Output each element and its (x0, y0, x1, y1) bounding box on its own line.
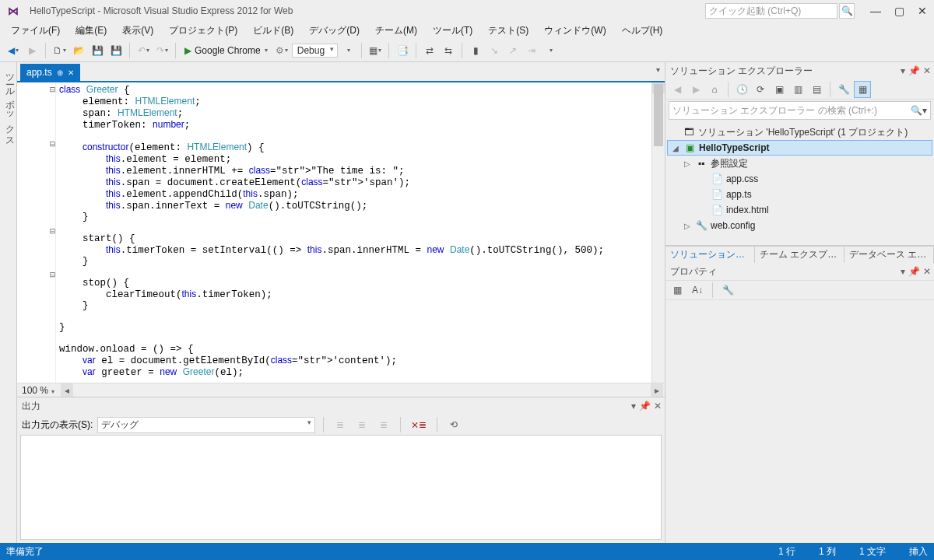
right-tab[interactable]: データベース エ… (844, 247, 934, 263)
se-preview-button[interactable]: ▦ (854, 81, 871, 98)
out-btn-1[interactable]: ≣ (332, 416, 349, 433)
out-btn-2[interactable]: ≣ (353, 416, 370, 433)
browser-dd[interactable]: ⚙▾ (273, 42, 290, 59)
close-button[interactable]: ✕ (912, 3, 932, 19)
menu-item[interactable]: 編集(E) (68, 23, 114, 39)
config-select[interactable]: Debug (292, 44, 338, 58)
pin-icon[interactable]: ⊕ (57, 68, 63, 77)
right-tab[interactable]: ソリューション… (665, 247, 755, 263)
se-refresh-button[interactable]: 🕓 (733, 81, 750, 98)
maximize-button[interactable]: ▢ (889, 3, 909, 19)
tree-solution-row[interactable]: 🗔 ソリューション 'HelloTypeScript' (1 プロジェクト) (667, 124, 932, 140)
se-search-icon[interactable]: 🔍▾ (911, 105, 927, 116)
tree-row[interactable]: ▷🔧web.config (667, 218, 932, 233)
props-cat-button[interactable]: ▦ (669, 282, 686, 299)
menu-item[interactable]: ウィンドウ(W) (536, 23, 613, 39)
config-dd[interactable]: ▾ (339, 42, 356, 59)
tree-project-row[interactable]: ◢ ▣ HelloTypeScript (667, 140, 932, 156)
se-prop-button[interactable]: 🔧 (835, 81, 852, 98)
tb-d[interactable]: ⇆ (440, 42, 457, 59)
se-menu-icon[interactable]: ▾ (901, 65, 905, 76)
tb-i[interactable]: ▾ (542, 42, 559, 59)
menu-item[interactable]: デバッグ(D) (301, 23, 367, 39)
new-project-button[interactable]: 🗋▾ (51, 42, 68, 59)
se-views-button[interactable]: ▤ (808, 81, 825, 98)
redo-button[interactable]: ↷▾ (153, 42, 170, 59)
output-pin-icon[interactable]: 📌 (639, 401, 651, 411)
menu-item[interactable]: プロジェクト(P) (161, 23, 245, 39)
tab-overflow-button[interactable]: ▾ (656, 65, 660, 74)
outline-toggle-icon[interactable]: ⊟ (50, 226, 55, 236)
outline-toggle-icon[interactable]: ⊟ (50, 269, 55, 280)
tree-row[interactable]: 📄app.css (667, 171, 932, 187)
outline-toggle-icon[interactable]: ⊟ (50, 138, 55, 149)
tree-row[interactable]: 📄app.ts (667, 187, 932, 202)
menu-item[interactable]: 表示(V) (114, 23, 161, 39)
props-menu-icon[interactable]: ▾ (901, 266, 905, 277)
menu-item[interactable]: ファイル(F) (3, 23, 68, 39)
tb-g[interactable]: ↗ (504, 42, 521, 59)
tb-c[interactable]: ⇄ (421, 42, 438, 59)
save-all-button[interactable]: 💾 (107, 42, 125, 59)
se-collapse-button[interactable]: ▣ (771, 81, 788, 98)
tree-row[interactable]: ▷▪▪参照設定 (667, 156, 932, 171)
se-showall-button[interactable]: ▥ (789, 81, 806, 98)
props-close-icon[interactable]: ✕ (923, 266, 931, 277)
output-menu-icon[interactable]: ▾ (631, 401, 636, 411)
solution-explorer-search[interactable]: ソリューション エクスプローラー の検索 (Ctrl+:) 🔍▾ (669, 101, 931, 120)
tb-h[interactable]: ⇥ (523, 42, 540, 59)
output-source-select[interactable]: デバッグ (97, 417, 315, 433)
menu-item[interactable]: ツール(T) (425, 23, 480, 39)
props-wrench-button[interactable]: 🔧 (719, 282, 736, 299)
editor-vscroll[interactable]: ▭ (651, 82, 665, 383)
toolbox-rail[interactable]: ツールボックス (0, 62, 17, 543)
open-button[interactable]: 📂 (70, 42, 87, 59)
vscroll-thumb[interactable] (654, 84, 663, 146)
start-debug-button[interactable]: ▶Google Chrome▾ (181, 42, 272, 59)
menu-item[interactable]: ヘルプ(H) (614, 23, 671, 39)
tb-a[interactable]: ▦▾ (367, 42, 384, 59)
props-pin-icon[interactable]: 📌 (908, 266, 920, 277)
menu-item[interactable]: チーム(M) (367, 23, 425, 39)
quick-launch-input[interactable]: クイック起動 (Ctrl+Q) (705, 3, 837, 19)
nav-back-button[interactable]: ◀▾ (5, 42, 22, 59)
hscroll-right-icon[interactable]: ▸ (651, 383, 663, 397)
outline-toggle-icon[interactable]: ⊟ (50, 84, 55, 95)
code-editor[interactable]: ⊟⊟⊟⊟ class Greeter { element: HTMLElemen… (17, 81, 665, 383)
nav-fwd-button[interactable]: ▶ (23, 42, 40, 59)
code-area[interactable]: class Greeter { element: HTMLElement; sp… (56, 82, 651, 383)
close-tab-icon[interactable]: ✕ (68, 68, 74, 77)
se-pin-icon[interactable]: 📌 (908, 65, 920, 76)
props-az-button[interactable]: A↓ (689, 282, 706, 299)
out-btn-3[interactable]: ≣ (375, 416, 392, 433)
output-body[interactable] (20, 435, 662, 540)
minimize-button[interactable]: — (866, 3, 886, 19)
se-close-icon[interactable]: ✕ (923, 65, 931, 76)
menu-item[interactable]: テスト(S) (480, 23, 536, 39)
right-tab[interactable]: チーム エクスプ… (755, 247, 844, 263)
tree-row[interactable]: 📄index.html (667, 202, 932, 218)
out-btn-4[interactable]: ⨯≣ (409, 416, 429, 433)
se-fwd-button[interactable]: ▶ (687, 81, 704, 98)
solution-tree[interactable]: 🗔 ソリューション 'HelloTypeScript' (1 プロジェクト) ◢… (665, 121, 934, 236)
out-btn-5[interactable]: ⟲ (445, 416, 462, 433)
tb-e[interactable]: ▮ (467, 42, 484, 59)
se-home-button[interactable]: ⌂ (706, 81, 723, 98)
chevron-down-icon[interactable]: ◢ (671, 144, 680, 152)
chevron-right-icon[interactable]: ▷ (683, 159, 692, 168)
editor-hscroll[interactable]: ◂ ▸ (61, 383, 663, 397)
menu-item[interactable]: ビルド(B) (245, 23, 301, 39)
se-sync-button[interactable]: ⟳ (752, 81, 769, 98)
doc-tab-app-ts[interactable]: app.ts ⊕ ✕ (20, 64, 80, 81)
zoom-select[interactable]: 100 % ▾ (17, 385, 59, 396)
chevron-right-icon[interactable]: ▷ (683, 222, 692, 230)
se-back-button[interactable]: ◀ (669, 81, 686, 98)
output-close-icon[interactable]: ✕ (654, 401, 662, 411)
search-icon[interactable]: 🔍 (839, 3, 855, 19)
properties-body[interactable] (665, 300, 934, 543)
tb-f[interactable]: ↘ (486, 42, 503, 59)
tb-b[interactable]: 📑 (394, 42, 411, 59)
save-button[interactable]: 💾 (89, 42, 106, 59)
hscroll-left-icon[interactable]: ◂ (61, 383, 73, 397)
undo-button[interactable]: ↶▾ (135, 42, 152, 59)
